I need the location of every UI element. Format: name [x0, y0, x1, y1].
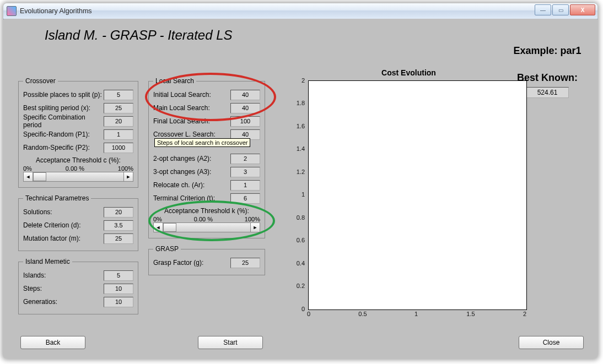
y-tick: 1.2 — [286, 169, 305, 175]
island-fieldset: Island Memetic Islands:5 Steps:10 Genera… — [18, 258, 138, 314]
relocate-label: Relocate ch. (Ar): — [153, 181, 230, 189]
slider-thumb[interactable] — [33, 172, 46, 181]
initial-ls-label: Initial Local Search: — [153, 91, 230, 99]
crossover-p1-label: Specific-Random (P1): — [23, 131, 104, 138]
crossover-ls-label: Crossover L. Search: — [153, 131, 230, 138]
crossover-sc-input[interactable]: 20 — [104, 116, 133, 127]
crossover-sc-label: Specific Combination period — [23, 113, 104, 129]
crossover-slider-value: 0.00 % — [66, 165, 84, 172]
slider-left-icon[interactable]: ◄ — [153, 222, 163, 232]
grasp-factor-input[interactable]: 25 — [230, 258, 260, 268]
crossover-slider-min: 0% — [23, 165, 32, 172]
y-tick: 1.8 — [286, 100, 305, 106]
x-tick: 1 — [413, 311, 419, 317]
mutation-factor-label: Mutation factor (m): — [23, 235, 104, 242]
mutation-factor-input[interactable]: 25 — [104, 233, 133, 244]
local-search-fieldset: Local Search Initial Local Search:40 Mai… — [148, 77, 265, 238]
back-button[interactable]: Back — [20, 336, 85, 349]
crossover-x-input[interactable]: 25 — [104, 103, 133, 113]
y-tick: 1.4 — [286, 145, 305, 152]
window-close-button[interactable]: X — [570, 4, 595, 15]
crossover-p-input[interactable]: 5 — [104, 90, 133, 100]
slider-left-icon[interactable]: ◄ — [23, 172, 33, 182]
crossover-slider[interactable]: ◄ ► — [23, 172, 133, 182]
app-window: Evolutionary Algorithms — ▭ X Island M. … — [3, 3, 597, 358]
island-legend: Island Memetic — [23, 258, 72, 265]
final-ls-input[interactable]: 100 — [230, 116, 260, 127]
crossover-slider-max: 100% — [118, 165, 133, 172]
three-opt-label: 3-opt changes (A3): — [153, 168, 230, 176]
two-opt-input[interactable]: 2 — [230, 154, 260, 164]
minimize-button[interactable]: — — [535, 4, 551, 15]
crossover-p-label: Possible places to split (p): — [23, 91, 104, 99]
y-tick: 1.6 — [286, 123, 305, 129]
final-ls-label: Final Local Search: — [153, 117, 230, 125]
relocate-input[interactable]: 1 — [230, 180, 260, 191]
x-tick: 0 — [306, 311, 311, 317]
x-tick: 1.5 — [462, 311, 479, 317]
y-tick: 2 — [286, 77, 305, 84]
delete-criterion-label: Delete Criterion (d): — [23, 221, 104, 229]
main-ls-input[interactable]: 40 — [230, 103, 260, 113]
title-bar[interactable]: Evolutionary Algorithms — ▭ X — [3, 3, 597, 19]
two-opt-label: 2-opt changes (A2): — [153, 155, 230, 162]
main-ls-label: Main Local Search: — [153, 104, 230, 112]
y-tick: 0.4 — [286, 260, 305, 267]
local-slider-value: 0.00 % — [194, 216, 213, 222]
crossover-fieldset: Crossover Possible places to split (p):5… — [18, 77, 138, 188]
local-search-legend: Local Search — [153, 77, 196, 85]
crossover-p2-label: Random-Specific (P2): — [23, 144, 104, 151]
crossover-ls-tooltip: Steps of local search in crossover — [154, 138, 250, 147]
y-tick: 1 — [286, 191, 305, 198]
app-icon — [7, 6, 17, 16]
grasp-legend: GRASP — [153, 245, 181, 253]
page-title: Island M. - GRASP - Iterated LS — [45, 28, 590, 43]
generations-input[interactable]: 10 — [104, 297, 133, 307]
window-title: Evolutionary Algorithms — [20, 7, 92, 15]
slider-thumb[interactable] — [163, 223, 176, 232]
solutions-label: Solutions: — [23, 208, 104, 216]
local-slider[interactable]: ◄ ► — [153, 222, 260, 232]
y-tick: 0.8 — [286, 214, 305, 221]
crossover-slider-title: Acceptance Threshold c (%): — [23, 156, 133, 164]
generations-label: Generatios: — [23, 298, 104, 306]
initial-ls-input[interactable]: 40 — [230, 90, 260, 100]
y-tick: 0.2 — [286, 282, 305, 289]
grasp-factor-label: Grasp Factor (g): — [153, 259, 230, 267]
slider-right-icon[interactable]: ► — [250, 222, 260, 232]
crossover-legend: Crossover — [23, 77, 58, 85]
slider-right-icon[interactable]: ► — [123, 172, 133, 182]
grasp-fieldset: GRASP Grasp Factor (g):25 — [148, 245, 265, 275]
start-button[interactable]: Start — [198, 336, 263, 349]
crossover-x-label: Best spliting period (x): — [23, 104, 104, 112]
islands-input[interactable]: 5 — [104, 270, 133, 281]
terminal-label: Terminal Criterion (t): — [153, 194, 230, 202]
best-known-value: 524.61 — [526, 87, 569, 98]
three-opt-input[interactable]: 3 — [230, 167, 260, 177]
chart-title: Cost Evolution — [286, 68, 531, 77]
steps-label: Steps: — [23, 285, 104, 292]
terminal-input[interactable]: 6 — [230, 193, 260, 204]
delete-criterion-input[interactable]: 3.5 — [104, 220, 133, 231]
x-tick: 2 — [522, 311, 527, 317]
steps-input[interactable]: 10 — [104, 284, 133, 294]
x-tick: 0.5 — [354, 311, 371, 317]
technical-fieldset: Technical Parametres Solutions:20 Delete… — [18, 194, 138, 251]
islands-label: Islands: — [23, 271, 104, 279]
local-slider-max: 100% — [245, 216, 260, 222]
plot-area — [308, 80, 527, 310]
solutions-input[interactable]: 20 — [104, 207, 133, 218]
local-slider-min: 0% — [153, 216, 162, 222]
y-tick: 0 — [286, 306, 305, 312]
client-area: Island M. - GRASP - Iterated LS Example:… — [4, 19, 597, 358]
example-label: Example: par1 — [509, 45, 586, 57]
technical-legend: Technical Parametres — [23, 194, 91, 202]
maximize-button[interactable]: ▭ — [552, 4, 569, 15]
cost-evolution-chart: Cost Evolution 2 1.8 1.6 1.4 1.2 1 0.8 0… — [286, 68, 531, 322]
y-tick: 0.6 — [286, 237, 305, 243]
local-slider-title: Acceptance Threshold k (%): — [153, 207, 260, 215]
crossover-p1-input[interactable]: 1 — [104, 129, 133, 140]
crossover-p2-input[interactable]: 1000 — [104, 143, 133, 153]
close-button[interactable]: Close — [519, 336, 584, 349]
